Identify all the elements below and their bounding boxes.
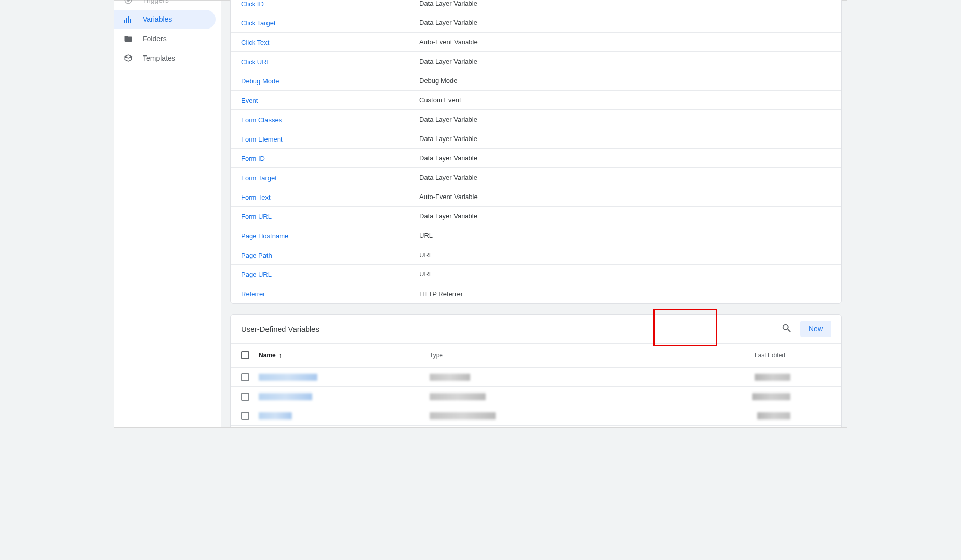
svg-point-1 xyxy=(127,0,130,1)
column-header-name[interactable]: Name↑ xyxy=(259,351,430,359)
variable-type: Data Layer Variable xyxy=(419,19,477,26)
table-row[interactable]: Form ElementData Layer Variable xyxy=(231,129,841,149)
row-checkbox[interactable] xyxy=(241,393,249,401)
sort-arrow-icon: ↑ xyxy=(279,351,282,359)
redacted-date xyxy=(752,393,790,400)
variable-link[interactable]: Click ID xyxy=(241,0,264,8)
folder-icon xyxy=(123,34,134,44)
redacted-date xyxy=(757,412,790,419)
variable-type: Data Layer Variable xyxy=(419,116,477,123)
variable-type: Data Layer Variable xyxy=(419,0,477,7)
variable-link[interactable]: Form URL xyxy=(241,213,272,220)
table-row[interactable] xyxy=(231,426,841,427)
redacted-type xyxy=(430,374,470,381)
variable-link[interactable]: Page Path xyxy=(241,251,272,259)
search-icon xyxy=(781,323,792,334)
table-row[interactable]: Click URLData Layer Variable xyxy=(231,52,841,71)
sidebar: Triggers Variables Folders Templates xyxy=(114,1,221,427)
table-row[interactable]: Form URLData Layer Variable xyxy=(231,207,841,226)
table-row[interactable]: Page URLURL xyxy=(231,265,841,284)
sidebar-item-label: Triggers xyxy=(143,0,169,4)
section-title: User-Defined Variables xyxy=(241,325,319,333)
variable-link[interactable]: Form Classes xyxy=(241,116,282,124)
redacted-type xyxy=(430,393,486,400)
table-row[interactable]: Page HostnameURL xyxy=(231,226,841,245)
search-button[interactable] xyxy=(779,321,794,338)
svg-rect-2 xyxy=(124,20,125,23)
variable-type: Data Layer Variable xyxy=(419,174,477,181)
redacted-name xyxy=(259,374,317,381)
variables-icon xyxy=(123,14,134,24)
variable-link[interactable]: Click Target xyxy=(241,19,276,27)
variable-type: Data Layer Variable xyxy=(419,212,477,220)
variable-link[interactable]: Event xyxy=(241,97,258,104)
table-row[interactable]: ReferrerHTTP Referrer xyxy=(231,284,841,303)
svg-rect-4 xyxy=(128,16,129,23)
redacted-date xyxy=(755,374,790,381)
table-row[interactable] xyxy=(231,387,841,406)
svg-rect-3 xyxy=(126,18,127,23)
main-content: Click IDData Layer VariableClick TargetD… xyxy=(221,0,847,427)
variable-link[interactable]: Referrer xyxy=(241,290,265,298)
column-header-type[interactable]: Type xyxy=(430,352,608,359)
sidebar-item-templates[interactable]: Templates xyxy=(114,48,216,68)
variable-link[interactable]: Page URL xyxy=(241,271,272,278)
svg-rect-5 xyxy=(130,19,131,23)
triggers-icon xyxy=(123,0,134,5)
variable-type: Custom Event xyxy=(419,96,461,104)
variable-type: Data Layer Variable xyxy=(419,154,477,162)
variable-type: HTTP Referrer xyxy=(419,290,463,298)
select-all-checkbox[interactable] xyxy=(241,351,249,359)
sidebar-item-triggers[interactable]: Triggers xyxy=(114,0,216,10)
table-row[interactable]: Form TargetData Layer Variable xyxy=(231,168,841,187)
table-row[interactable] xyxy=(231,406,841,426)
variable-link[interactable]: Debug Mode xyxy=(241,77,279,85)
table-row[interactable]: Form ClassesData Layer Variable xyxy=(231,110,841,129)
table-row[interactable] xyxy=(231,368,841,387)
variable-link[interactable]: Click URL xyxy=(241,58,271,66)
table-row[interactable]: EventCustom Event xyxy=(231,91,841,110)
variable-link[interactable]: Click Text xyxy=(241,39,269,46)
column-header-edited[interactable]: Last Edited xyxy=(755,352,785,359)
variable-type: URL xyxy=(419,251,433,259)
variable-type: URL xyxy=(419,232,433,239)
sidebar-item-variables[interactable]: Variables xyxy=(114,10,216,29)
variable-link[interactable]: Form ID xyxy=(241,155,265,162)
variable-type: URL xyxy=(419,270,433,278)
table-row[interactable]: Form TextAuto-Event Variable xyxy=(231,187,841,207)
redacted-name xyxy=(259,412,292,419)
sidebar-item-label: Templates xyxy=(143,54,175,62)
templates-icon xyxy=(123,53,134,63)
row-checkbox[interactable] xyxy=(241,373,249,381)
table-row[interactable]: Click TargetData Layer Variable xyxy=(231,13,841,33)
sidebar-item-label: Variables xyxy=(143,15,172,23)
row-checkbox[interactable] xyxy=(241,412,249,420)
variable-link[interactable]: Form Target xyxy=(241,174,277,182)
redacted-type xyxy=(430,412,496,419)
sidebar-item-label: Folders xyxy=(143,35,167,43)
variable-type: Data Layer Variable xyxy=(419,135,477,143)
table-row[interactable]: Click TextAuto-Event Variable xyxy=(231,33,841,52)
builtin-variables-panel: Click IDData Layer VariableClick TargetD… xyxy=(230,0,842,304)
variable-type: Debug Mode xyxy=(419,77,457,85)
table-row[interactable]: Click IDData Layer Variable xyxy=(231,0,841,13)
table-row[interactable]: Form IDData Layer Variable xyxy=(231,149,841,168)
table-row[interactable]: Debug ModeDebug Mode xyxy=(231,71,841,91)
udf-header-row: Name↑ Type Last Edited xyxy=(231,343,841,368)
variable-type: Auto-Event Variable xyxy=(419,38,478,46)
sidebar-item-folders[interactable]: Folders xyxy=(114,29,216,48)
redacted-name xyxy=(259,393,312,400)
table-row[interactable]: Page PathURL xyxy=(231,245,841,265)
variable-link[interactable]: Form Element xyxy=(241,135,283,143)
variable-type: Data Layer Variable xyxy=(419,58,477,65)
variable-link[interactable]: Form Text xyxy=(241,193,271,201)
new-button[interactable]: New xyxy=(800,321,831,337)
variable-type: Auto-Event Variable xyxy=(419,193,478,201)
section-header: User-Defined Variables New xyxy=(231,315,841,343)
variable-link[interactable]: Page Hostname xyxy=(241,232,288,240)
user-defined-panel: User-Defined Variables New Name↑ Type La… xyxy=(230,314,842,427)
